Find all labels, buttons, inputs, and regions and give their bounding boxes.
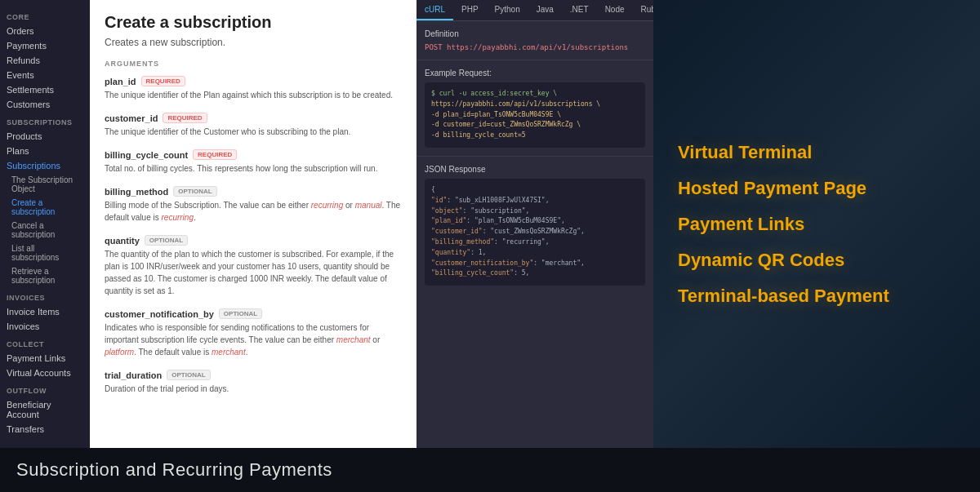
json-line-3: "plan_id": "plan_TsONW5cBuM04S9E", <box>431 216 639 227</box>
sidebar-item-events[interactable]: Events <box>0 68 90 82</box>
param-trial_duration: trial_durationOPTIONALDuration of the tr… <box>105 370 402 395</box>
sidebar-item-products[interactable]: Products <box>0 129 90 144</box>
sidebar-section-invoices: INVOICES <box>0 287 90 304</box>
param-badge-trial_duration: OPTIONAL <box>167 370 210 380</box>
sidebar-item-payments[interactable]: Payments <box>0 38 90 53</box>
example-line-3: -d customer_id=cust_ZWmsQoSRZMWkRcZg \ <box>431 120 639 131</box>
arguments-label: ARGUMENTS <box>105 60 402 68</box>
sidebar-item-cancel-a-subscription[interactable]: Cancel a subscription <box>0 219 90 242</box>
definition-url: POST https://payabbhi.com/api/v1/subscri… <box>425 43 645 51</box>
example-line-2: -d plan_id=plan_TsONW5cBuM04S9E \ <box>431 110 639 121</box>
sidebar-section-outflow: OUTFLOW <box>0 380 90 397</box>
main-content: COREOrdersPaymentsRefundsEventsSettlemen… <box>0 0 980 448</box>
sidebar-item-the-subscription-object[interactable]: The Subscription Object <box>0 173 90 196</box>
param-name-plan_id: plan_id <box>105 77 136 86</box>
sidebar-section-collect: COLLECT <box>0 334 90 351</box>
json-line-8: "billing_cycle_count": 5, <box>431 268 639 279</box>
sidebar-item-invoice-items[interactable]: Invoice Items <box>0 304 90 319</box>
param-name-trial_duration: trial_duration <box>105 370 162 380</box>
right-item-0: Virtual Terminal <box>678 142 956 163</box>
param-desc-billing_cycle_count: Total no. of billing cycles. This repres… <box>105 162 402 175</box>
param-badge-billing_cycle_count: REQUIRED <box>193 149 237 160</box>
sidebar: COREOrdersPaymentsRefundsEventsSettlemen… <box>0 0 90 448</box>
sidebar-section-subscriptions: SUBSCRIPTIONS <box>0 112 90 129</box>
json-line-4: "customer_id": "cust_ZWmsQoSRZMWkRcZg", <box>431 227 639 237</box>
code-tab-node[interactable]: Node <box>597 0 633 20</box>
code-panel: cURLPHPPythonJava.NETNodeRuby Definition… <box>416 0 653 448</box>
sidebar-item-transfers[interactable]: Transfers <box>0 422 90 437</box>
param-name-quantity: quantity <box>105 236 140 246</box>
sidebar-item-retrieve-a-subscription[interactable]: Retrieve a subscription <box>0 264 90 287</box>
param-desc-quantity: The quantity of the plan to which the cu… <box>105 248 402 297</box>
param-badge-quantity: OPTIONAL <box>145 235 188 246</box>
right-panel: Virtual TerminalHosted Payment PagePayme… <box>653 0 980 448</box>
param-desc-plan_id: The unique identifier of the Plan agains… <box>105 89 402 101</box>
code-tab-python[interactable]: Python <box>487 0 528 20</box>
json-line-5: "billing_method": "recurring", <box>431 237 639 248</box>
example-code-block: $ curl -u access_id:secret_key \ https:/… <box>425 82 645 148</box>
sidebar-item-refunds[interactable]: Refunds <box>0 53 90 68</box>
json-line-0: { <box>431 185 639 196</box>
bottom-bar: Subscription and Recurring Payments <box>0 448 980 492</box>
example-line-4: -d billing_cycle_count=5 <box>431 131 639 141</box>
definition-section: Definition POST https://payabbhi.com/api… <box>416 21 653 60</box>
example-section: Example Request: $ curl -u access_id:sec… <box>416 60 653 157</box>
sidebar-item-orders[interactable]: Orders <box>0 24 90 38</box>
sidebar-item-beneficiary-account[interactable]: Beneficiary Account <box>0 397 90 422</box>
right-item-2: Payment Links <box>678 214 956 235</box>
json-code-block: { "id": "sub_xLH1008FJwUlX47SI", "object… <box>425 179 645 286</box>
param-desc-trial_duration: Duration of the trial period in days. <box>105 383 402 395</box>
param-name-customer_notification_by: customer_notification_by <box>105 309 214 319</box>
sidebar-item-list-all-subscriptions[interactable]: List all subscriptions <box>0 242 90 264</box>
sidebar-item-invoices[interactable]: Invoices <box>0 319 90 334</box>
sidebar-item-virtual-accounts[interactable]: Virtual Accounts <box>0 366 90 380</box>
params-container: plan_idREQUIREDThe unique identifier of … <box>105 76 402 395</box>
param-name-billing_method: billing_method <box>105 187 168 197</box>
json-line-6: "quantity": 1, <box>431 248 639 259</box>
code-tab-.net[interactable]: .NET <box>562 0 597 20</box>
param-name-billing_cycle_count: billing_cycle_count <box>105 150 188 160</box>
example-title: Example Request: <box>425 69 645 78</box>
param-desc-customer_id: The unique identifier of the Customer wh… <box>105 126 402 138</box>
param-desc-customer_notification_by: Indicates who is responsible for sending… <box>105 321 402 358</box>
param-name-customer_id: customer_id <box>105 113 158 123</box>
param-quantity: quantityOPTIONALThe quantity of the plan… <box>105 235 402 297</box>
param-badge-customer_id: REQUIRED <box>163 113 207 123</box>
json-title: JSON Response <box>425 165 645 174</box>
sidebar-item-settlements[interactable]: Settlements <box>0 82 90 97</box>
sidebar-item-payment-links[interactable]: Payment Links <box>0 351 90 366</box>
right-item-3: Dynamic QR Codes <box>678 250 956 271</box>
json-line-7: "customer_notification_by": "merchant", <box>431 259 639 269</box>
code-tab-ruby[interactable]: Ruby <box>633 0 653 20</box>
doc-title: Create a subscription <box>105 13 402 32</box>
code-tab-php[interactable]: PHP <box>453 0 487 20</box>
definition-title: Definition <box>425 29 645 38</box>
sidebar-item-customers[interactable]: Customers <box>0 97 90 112</box>
param-badge-plan_id: REQUIRED <box>141 76 185 86</box>
doc-subtitle: Creates a new subscription. <box>105 37 402 48</box>
param-customer_id: customer_idREQUIREDThe unique identifier… <box>105 113 402 138</box>
example-line-0: $ curl -u access_id:secret_key \ <box>431 89 639 100</box>
right-item-4: Terminal-based Payment <box>678 286 956 307</box>
sidebar-item-subscriptions[interactable]: Subscriptions <box>0 158 90 173</box>
param-plan_id: plan_idREQUIREDThe unique identifier of … <box>105 76 402 101</box>
json-section: JSON Response { "id": "sub_xLH1008FJwUlX… <box>416 157 653 448</box>
code-tab-curl[interactable]: cURL <box>416 0 453 20</box>
code-tabs: cURLPHPPythonJava.NETNodeRuby <box>416 0 653 21</box>
param-billing_cycle_count: billing_cycle_countREQUIREDTotal no. of … <box>105 149 402 175</box>
json-line-1: "id": "sub_xLH1008FJwUlX47SI", <box>431 196 639 206</box>
param-billing_method: billing_methodOPTIONALBilling mode of th… <box>105 186 402 224</box>
json-line-2: "object": "subscription", <box>431 206 639 217</box>
right-item-1: Hosted Payment Page <box>678 178 956 199</box>
param-badge-customer_notification_by: OPTIONAL <box>219 308 262 319</box>
sidebar-section-core: CORE <box>0 7 90 24</box>
doc-panel: Create a subscription Creates a new subs… <box>90 0 416 448</box>
sidebar-item-create-a-subscription[interactable]: Create a subscription <box>0 196 90 219</box>
example-line-1: https://payabbhi.com/api/v1/subscription… <box>431 100 639 110</box>
bottom-title: Subscription and Recurring Payments <box>16 459 964 481</box>
param-desc-billing_method: Billing mode of the Subscription. The va… <box>105 199 402 224</box>
param-badge-billing_method: OPTIONAL <box>173 186 216 197</box>
sidebar-item-plans[interactable]: Plans <box>0 144 90 158</box>
param-customer_notification_by: customer_notification_byOPTIONALIndicate… <box>105 308 402 358</box>
code-tab-java[interactable]: Java <box>528 0 562 20</box>
